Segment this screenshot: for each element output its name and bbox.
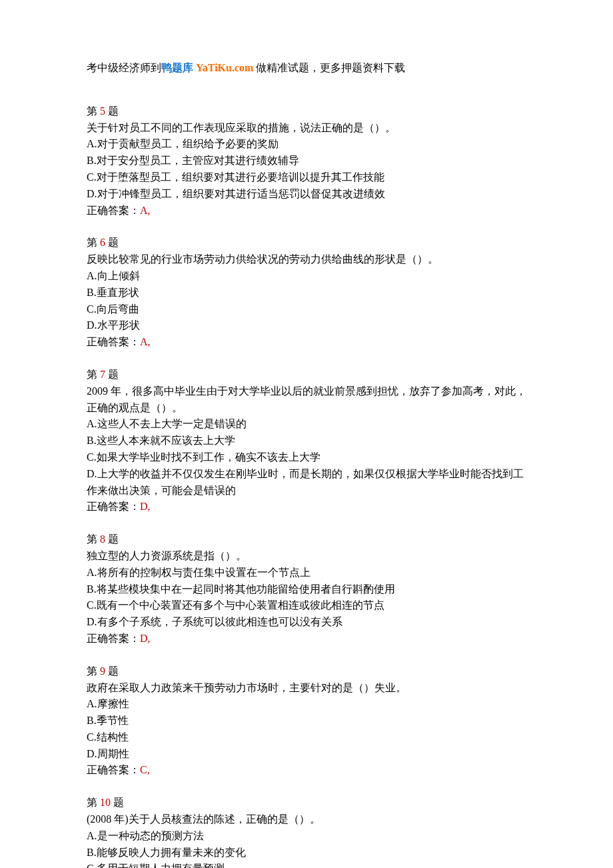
label-di: 第 (87, 665, 100, 677)
label-ti: 题 (105, 105, 119, 117)
label-ti: 题 (105, 533, 119, 545)
answer-value: D, (140, 633, 151, 644)
question-option: C.向后弯曲 (87, 301, 526, 318)
question-option: D.对于冲锋型员工，组织要对其进行适当惩罚以督促其改进绩效 (87, 186, 526, 203)
question-option: D.周期性 (87, 746, 526, 763)
question-number-line: 第 7 题 (87, 367, 526, 383)
label-di: 第 (87, 533, 100, 545)
question-option: A.这些人不去上大学一定是错误的 (87, 416, 526, 433)
question-option: D.上大学的收益并不仅仅发生在刚毕业时，而是长期的，如果仅仅根据大学毕业时能否找… (87, 466, 526, 499)
question-stem: 政府在采取人力政策来干预劳动力市场时，主要针对的是（）失业。 (87, 680, 526, 697)
question-option: A.向上倾斜 (87, 268, 526, 285)
label-ti: 题 (105, 665, 119, 677)
question-number-line: 第 9 题 (87, 663, 526, 680)
question-option: A.对于贡献型员工，组织给予必要的奖励 (87, 136, 526, 153)
question-stem: (2008 年)关于人员核查法的陈述，正确的是（）。 (87, 811, 526, 828)
label-ti: 题 (105, 369, 119, 380)
label-ti: 题 (105, 237, 119, 248)
answer-value: C, (140, 764, 150, 775)
answer-label: 正确答案： (87, 633, 140, 644)
question-option: B.对于安分型员工，主管应对其进行绩效辅导 (87, 153, 526, 169)
header-prefix: 考中级经济师到 (87, 62, 161, 73)
answer-label: 正确答案： (87, 205, 140, 216)
question-option: D.有多个子系统，子系统可以彼此相连也可以没有关系 (87, 614, 526, 631)
answer-label: 正确答案： (87, 336, 140, 347)
question-number-line: 第 8 题 (87, 531, 526, 548)
question-stem: 2009 年，很多高中毕业生由于对大学毕业以后的就业前景感到担忧，放弃了参加高考… (87, 383, 526, 417)
question-option: A.摩擦性 (87, 696, 526, 713)
question-block: 第 9 题政府在采取人力政策来干预劳动力市场时，主要针对的是（）失业。A.摩擦性… (87, 663, 526, 779)
question-number: 8 (100, 533, 105, 545)
label-ti: 题 (111, 797, 124, 808)
question-option: C.既有一个中心装置还有多个与中心装置相连或彼此相连的节点 (87, 597, 526, 614)
label-di: 第 (87, 105, 100, 117)
answer-value: A, (140, 336, 151, 347)
question-option: B.这些人本来就不应该去上大学 (87, 433, 526, 449)
question-number-line: 第 10 题 (87, 795, 526, 811)
question-number: 5 (100, 105, 105, 117)
answer-label: 正确答案： (87, 501, 140, 512)
question-option: D.水平形状 (87, 317, 526, 334)
question-number: 9 (100, 665, 105, 677)
question-number: 7 (100, 369, 105, 380)
question-option: C.对于堕落型员工，组织要对其进行必要培训以提升其工作技能 (87, 169, 526, 186)
question-number-line: 第 5 题 (87, 103, 526, 120)
question-block: 第 7 题2009 年，很多高中毕业生由于对大学毕业以后的就业前景感到担忧，放弃… (87, 367, 526, 515)
header-suffix: 做精准试题，更多押题资料下载 (253, 62, 405, 73)
brand-name-en: YaTiKu.com (196, 62, 253, 73)
answer-line: 正确答案：A, (87, 334, 526, 351)
question-block: 第 8 题独立型的人力资源系统是指（）。A.将所有的控制权与责任集中设置在一个节… (87, 531, 526, 647)
page-header: 考中级经济师到鸭题库 YaTiKu.com 做精准试题，更多押题资料下载 (87, 60, 526, 77)
question-block: 第 5 题关于针对员工不同的工作表现应采取的措施，说法正确的是（）。A.对于贡献… (87, 103, 526, 219)
question-option: C.结构性 (87, 729, 526, 746)
question-stem: 反映比较常见的行业市场劳动力供给状况的劳动力供给曲线的形状是（）。 (87, 251, 526, 268)
question-block: 第 6 题反映比较常见的行业市场劳动力供给状况的劳动力供给曲线的形状是（）。A.… (87, 235, 526, 351)
answer-line: 正确答案：D, (87, 499, 526, 515)
question-stem: 关于针对员工不同的工作表现应采取的措施，说法正确的是（）。 (87, 120, 526, 137)
question-option: B.将某些模块集中在一起同时将其他功能留给使用者自行斟酌使用 (87, 581, 526, 598)
question-option: B.季节性 (87, 713, 526, 729)
answer-label: 正确答案： (87, 764, 140, 775)
question-option: B.能够反映人力拥有量未来的变化 (87, 845, 526, 861)
question-option: C.多用于短期人力拥有量预测 (87, 861, 526, 868)
question-number: 6 (100, 237, 105, 248)
label-di: 第 (87, 797, 100, 808)
question-stem: 独立型的人力资源系统是指（）。 (87, 548, 526, 565)
question-number-line: 第 6 题 (87, 235, 526, 251)
question-option: B.垂直形状 (87, 285, 526, 301)
question-block: 第 10 题(2008 年)关于人员核查法的陈述，正确的是（）。A.是一种动态的… (87, 795, 526, 868)
label-di: 第 (87, 237, 100, 248)
question-option: C.如果大学毕业时找不到工作，确实不该去上大学 (87, 449, 526, 466)
brand-name-cn: 鸭题库 (161, 62, 196, 73)
answer-line: 正确答案：C, (87, 762, 526, 779)
label-di: 第 (87, 369, 100, 380)
answer-line: 正确答案：D, (87, 631, 526, 647)
question-option: A.将所有的控制权与责任集中设置在一个节点上 (87, 565, 526, 581)
answer-line: 正确答案：A, (87, 203, 526, 219)
answer-value: A, (140, 205, 151, 216)
answer-value: D, (140, 501, 151, 512)
question-number: 10 (100, 797, 111, 808)
question-option: A.是一种动态的预测方法 (87, 828, 526, 845)
